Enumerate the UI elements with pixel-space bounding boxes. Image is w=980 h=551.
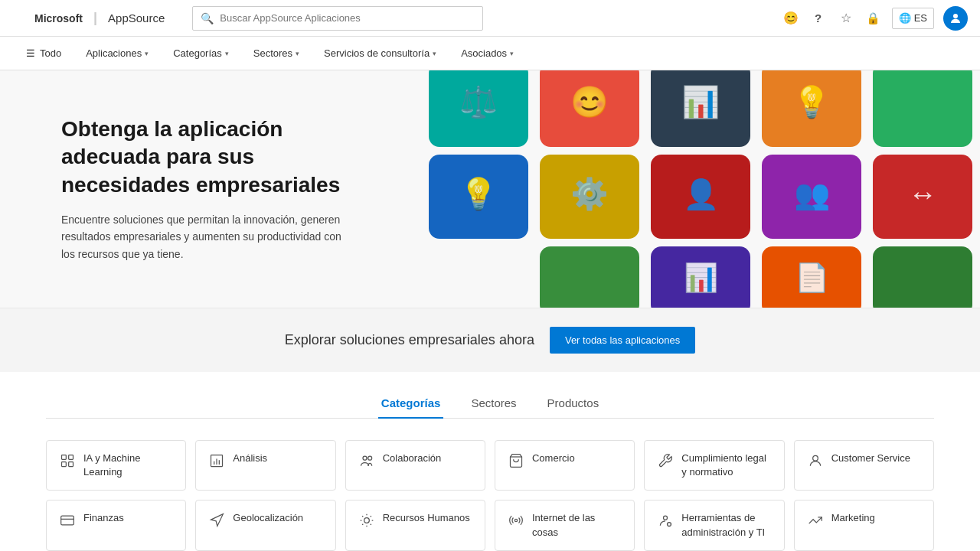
herramientas-ti-label: Herramientas de administración y TI	[681, 511, 771, 539]
nav-sectores[interactable]: Sectores ▾	[243, 37, 310, 70]
category-card-herramientas-ti[interactable]: Herramientas de administración y TI	[644, 500, 784, 550]
category-card-iot[interactable]: Internet de las cosas	[495, 500, 635, 550]
hero-section: Obtenga la aplicación adecuada para sus …	[0, 70, 980, 308]
svg-text:👤: 👤	[683, 177, 720, 212]
category-card-comercio[interactable]: Comercio	[495, 440, 635, 491]
rrhh-label: Recursos Humanos	[383, 511, 470, 525]
nav-all[interactable]: ☰ Todo	[15, 37, 72, 70]
chevron-icon: ▾	[433, 50, 436, 57]
explore-button[interactable]: Ver todas las aplicaciones	[550, 327, 695, 354]
language-button[interactable]: 🌐 ES	[892, 8, 934, 29]
category-card-analisis[interactable]: Análisis	[195, 440, 335, 491]
emoji-icon[interactable]: 😊	[782, 9, 800, 28]
nav-servicios[interactable]: Servicios de consultoría ▾	[313, 37, 447, 70]
svg-text:👥: 👥	[794, 177, 831, 212]
category-grid: IA y Machine Learning Análisis Colaborac…	[46, 440, 934, 551]
ia-ml-icon	[59, 453, 76, 472]
svg-text:💡: 💡	[792, 83, 831, 120]
nav-all-label: Todo	[40, 47, 61, 59]
tab-sectores[interactable]: Sectores	[468, 390, 519, 419]
category-card-geolocalizacion[interactable]: Geolocalización	[195, 500, 335, 550]
analisis-label: Análisis	[233, 452, 267, 465]
nav-categorias[interactable]: Categorías ▾	[162, 37, 240, 70]
hamburger-icon: ☰	[26, 47, 35, 59]
svg-point-42	[514, 520, 517, 522]
nav-asociados-label: Asociados	[461, 47, 507, 59]
favorites-icon[interactable]: ☆	[837, 9, 855, 28]
tabs-header: Categorías Sectores Productos	[46, 390, 934, 419]
user-icon	[949, 11, 962, 25]
svg-rect-26	[62, 455, 67, 460]
lock-icon[interactable]: 🔒	[864, 9, 883, 28]
ms-logo-red	[12, 10, 20, 18]
rrhh-icon	[358, 513, 375, 532]
appsource-text: AppSource	[108, 11, 165, 24]
herramientas-ti-icon	[657, 513, 674, 532]
chevron-icon: ▾	[145, 50, 149, 57]
geolocalizacion-icon	[208, 513, 225, 532]
ms-logo-yellow	[21, 18, 28, 26]
cumplimiento-icon	[657, 453, 674, 472]
svg-point-37	[812, 455, 818, 461]
svg-text:📄: 📄	[795, 261, 829, 294]
chevron-icon: ▾	[225, 50, 229, 57]
svg-rect-28	[62, 462, 67, 467]
category-card-cumplimiento[interactable]: Cumplimiento legal y normativo	[644, 440, 784, 491]
category-card-ia-ml[interactable]: IA y Machine Learning	[46, 440, 186, 491]
svg-point-35	[368, 456, 371, 460]
svg-rect-29	[69, 462, 74, 467]
ms-logo-blue	[12, 18, 20, 26]
svg-point-0	[953, 14, 958, 18]
marketing-label: Marketing	[831, 511, 875, 525]
user-avatar[interactable]	[943, 6, 968, 31]
svg-rect-25	[873, 246, 972, 308]
category-card-colaboracion[interactable]: Colaboración	[345, 440, 485, 491]
svg-rect-20	[540, 246, 639, 308]
tab-productos[interactable]: Productos	[544, 390, 603, 419]
nav-asociados[interactable]: Asociados ▾	[450, 37, 524, 70]
customer-service-label: Customer Service	[831, 452, 910, 465]
explore-bar: Explorar soluciones empresariales ahora …	[0, 308, 980, 372]
iot-icon	[508, 513, 524, 532]
colaboracion-label: Colaboración	[383, 452, 442, 465]
nav-aplicaciones-label: Aplicaciones	[86, 47, 142, 59]
main-nav: ☰ Todo Aplicaciones ▾ Categorías ▾ Secto…	[0, 37, 980, 70]
search-input[interactable]	[220, 12, 475, 24]
ia-ml-label: IA y Machine Learning	[83, 452, 173, 479]
category-card-customer-service[interactable]: Customer Service	[794, 440, 934, 491]
svg-text:⚖️: ⚖️	[459, 83, 498, 120]
ms-logo-green	[21, 10, 28, 18]
iot-label: Internet de las cosas	[532, 511, 622, 539]
customer-service-icon	[807, 453, 824, 472]
cumplimiento-label: Cumplimiento legal y normativo	[681, 452, 771, 479]
geolocalizacion-label: Geolocalización	[233, 511, 303, 525]
colaboracion-icon	[358, 453, 375, 472]
svg-point-41	[364, 518, 369, 523]
tab-categorias[interactable]: Categorías	[378, 390, 444, 419]
globe-icon: 🌐	[899, 12, 911, 24]
chevron-icon: ▾	[510, 50, 514, 57]
category-card-finanzas[interactable]: Finanzas	[46, 500, 186, 550]
nav-sectores-label: Sectores	[253, 47, 292, 59]
hero-description: Encuentre soluciones que permitan la inn…	[61, 211, 352, 262]
analisis-icon	[208, 453, 225, 472]
header: Microsoft | AppSource 🔍 😊 ? ☆ 🔒 🌐 ES	[0, 0, 980, 37]
category-card-rrhh[interactable]: Recursos Humanos	[345, 500, 485, 550]
svg-text:📊: 📊	[681, 83, 720, 120]
svg-text:⚙️: ⚙️	[570, 175, 609, 212]
language-label: ES	[914, 12, 927, 24]
svg-rect-27	[69, 455, 74, 460]
logo-divider: |	[93, 10, 97, 26]
help-icon[interactable]: ?	[809, 9, 828, 28]
hero-image: ⚖️ 😊 📊 💡 💡 ⚙️ 👤 👥	[413, 70, 980, 308]
hero-title: Obtenga la aplicación adecuada para sus …	[61, 116, 352, 199]
nav-servicios-label: Servicios de consultoría	[324, 47, 430, 59]
category-card-marketing[interactable]: Marketing	[794, 500, 934, 550]
ms-logo-grid	[12, 10, 28, 26]
microsoft-logo[interactable]: Microsoft | AppSource	[12, 10, 165, 26]
nav-aplicaciones[interactable]: Aplicaciones ▾	[75, 37, 159, 70]
svg-rect-9	[873, 70, 972, 147]
finanzas-icon	[59, 513, 76, 532]
finanzas-label: Finanzas	[83, 511, 124, 525]
nav-categorias-label: Categorías	[173, 47, 222, 59]
